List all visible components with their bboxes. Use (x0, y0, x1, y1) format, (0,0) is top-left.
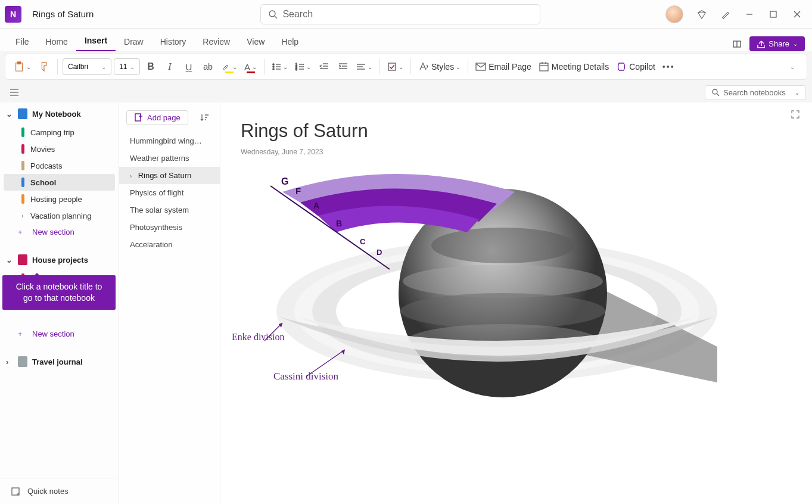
svg-point-12 (273, 66, 274, 67)
tab-draw[interactable]: Draw (116, 32, 152, 51)
tab-view[interactable]: View (238, 32, 273, 51)
premium-icon[interactable] (696, 9, 707, 20)
ring-label-g: G (281, 176, 288, 186)
highlight-button[interactable] (219, 58, 239, 76)
reading-view-icon[interactable] (732, 39, 742, 49)
svg-point-40 (713, 89, 717, 94)
annotation-cassini: Cassini division (273, 371, 338, 382)
notebook-header-house-projects[interactable]: ⌄ House projects (0, 248, 119, 270)
close-button[interactable] (792, 9, 802, 20)
maximize-button[interactable] (768, 9, 779, 20)
add-page-button[interactable]: Add page (126, 110, 188, 125)
copilot-button[interactable]: Copilot (614, 58, 658, 76)
ribbon-tabs: File Home Insert Draw History Review Vie… (0, 29, 812, 51)
minimize-button[interactable] (744, 9, 755, 20)
page-solar-system[interactable]: The solar system (119, 201, 220, 219)
svg-rect-9 (17, 62, 20, 64)
styles-button[interactable]: Styles (416, 58, 463, 76)
page-weather-patterns[interactable]: Weather patterns (119, 150, 220, 167)
section-podcasts[interactable]: Podcasts (4, 157, 115, 174)
fullscreen-icon[interactable] (791, 110, 800, 122)
ribbon-expand-button[interactable]: ⌄ (784, 58, 801, 76)
font-size-select[interactable]: 11⌄ (114, 58, 140, 75)
add-page-icon (134, 113, 142, 122)
page-rings-of-saturn[interactable]: › Rings of Saturn (119, 167, 220, 184)
sort-pages-icon[interactable] (196, 108, 213, 126)
indent-button[interactable] (335, 58, 351, 76)
svg-rect-43 (135, 114, 141, 121)
font-color-button[interactable]: A (242, 58, 259, 76)
italic-button[interactable]: I (161, 58, 178, 76)
ring-label-c: C (360, 237, 366, 246)
tab-help[interactable]: Help (273, 32, 307, 51)
notebook-header-travel-journal[interactable]: › Travel journal (0, 350, 119, 372)
new-section-button-2[interactable]: +New section (0, 326, 119, 342)
search-box[interactable]: Search (260, 4, 540, 24)
paste-button[interactable] (11, 58, 33, 76)
document-title: Rings of Saturn (32, 9, 94, 19)
formatting-toolbar: Cailbri⌄ 11⌄ B I U ab A 123 Styles Email… (5, 54, 807, 80)
format-painter-button[interactable] (36, 58, 52, 76)
font-name-select[interactable]: Cailbri⌄ (63, 58, 111, 75)
page-photosynthesis[interactable]: Photosynthesis (119, 219, 220, 236)
pages-sidebar: Add page Hummingbird wing… Weather patte… (119, 102, 220, 504)
meeting-details-button[interactable]: Meeting Details (536, 58, 612, 76)
section-hosting-people[interactable]: Hosting people (4, 191, 115, 207)
plus-icon: + (18, 329, 26, 338)
section-movies[interactable]: Movies (4, 141, 115, 157)
coach-tooltip: Click a notebook title to go to that not… (2, 275, 116, 310)
more-button[interactable]: ••• (660, 58, 677, 76)
share-icon (757, 40, 765, 48)
page-content[interactable]: Rings of Saturn Wednesday, June 7, 2023 (220, 102, 812, 504)
svg-rect-33 (540, 63, 548, 71)
tab-review[interactable]: Review (194, 32, 238, 51)
note-icon (11, 487, 20, 496)
chevron-right-icon: › (6, 357, 13, 366)
svg-point-10 (273, 64, 274, 65)
underline-button[interactable]: U (181, 58, 197, 76)
svg-point-0 (269, 11, 275, 17)
ring-label-d: D (377, 248, 382, 257)
share-button[interactable]: Share ⌄ (749, 36, 805, 51)
page-accelaration[interactable]: Accelaration (119, 236, 220, 253)
page-physics-of-flight[interactable]: Physics of flight (119, 184, 220, 201)
page-date: Wednesday, June 7, 2023 (241, 148, 792, 156)
tab-insert[interactable]: Insert (76, 31, 116, 51)
page-hummingbird[interactable]: Hummingbird wing… (119, 132, 220, 150)
email-page-button[interactable]: Email Page (473, 58, 534, 76)
section-camping-trip[interactable]: Camping trip (4, 124, 115, 141)
search-notebooks-placeholder: Search notebooks (723, 88, 786, 97)
page-title: Rings of Saturn (241, 120, 792, 142)
annotation-enke: Enke division (232, 332, 284, 343)
svg-rect-3 (770, 11, 776, 17)
section-vacation-planning[interactable]: ›Vacation planning (4, 207, 115, 224)
user-avatar[interactable] (665, 5, 683, 23)
search-placeholder: Search (282, 9, 313, 20)
tab-file[interactable]: File (7, 32, 38, 51)
svg-point-14 (273, 69, 274, 70)
numbering-button[interactable]: 123 (293, 58, 313, 76)
secondary-bar: Search notebooks ⌄ (0, 82, 812, 102)
svg-rect-32 (476, 63, 486, 70)
todo-tag-button[interactable] (385, 58, 406, 76)
section-school[interactable]: School (4, 174, 115, 191)
search-icon (711, 88, 720, 97)
tab-history[interactable]: History (152, 32, 195, 51)
outdent-button[interactable] (316, 58, 332, 76)
title-bar: N Rings of Saturn Search (0, 0, 812, 29)
bullets-button[interactable] (269, 58, 290, 76)
notebook-header-my-notebook[interactable]: ⌄ My Notebook (0, 102, 119, 124)
bold-button[interactable]: B (142, 58, 159, 76)
strikethrough-button[interactable]: ab (200, 58, 216, 76)
notebook-sidebar: ⌄ My Notebook Camping trip Movies Podcas… (0, 102, 119, 504)
align-button[interactable] (354, 58, 375, 76)
pen-icon[interactable] (720, 9, 731, 20)
tab-home[interactable]: Home (38, 32, 76, 51)
svg-line-41 (717, 94, 719, 96)
new-section-button[interactable]: +New section (0, 224, 119, 240)
chevron-right-icon: › (130, 173, 136, 179)
nav-toggle-icon[interactable] (6, 83, 23, 101)
quick-notes-button[interactable]: Quick notes (0, 478, 119, 504)
svg-rect-31 (388, 63, 396, 70)
search-notebooks-box[interactable]: Search notebooks ⌄ (705, 85, 806, 100)
